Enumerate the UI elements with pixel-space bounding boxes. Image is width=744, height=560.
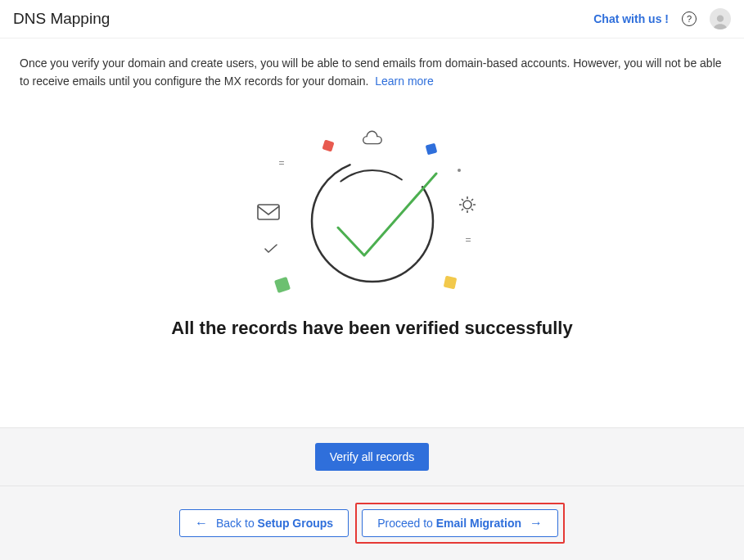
description-body: Once you verify your domain and create u…: [20, 56, 722, 88]
deco-check-icon: [264, 242, 277, 257]
svg-point-2: [322, 170, 423, 272]
page-title: DNS Mapping: [13, 10, 110, 28]
proceed-to-email-migration-button[interactable]: Proceed to Email Migration →: [362, 509, 558, 537]
back-button-strong: Setup Groups: [258, 517, 334, 530]
deco-dot-icon: [458, 169, 461, 172]
proceed-button-prefix: Proceed to: [377, 517, 436, 530]
proceed-button-strong: Email Migration: [436, 517, 521, 530]
deco-lines-icon: =: [465, 234, 470, 246]
highlight-annotation: Proceed to Email Migration →: [355, 503, 565, 544]
success-heading: All the records have been verified succe…: [171, 318, 572, 339]
success-illustration: = =: [250, 123, 495, 303]
avatar[interactable]: [710, 8, 731, 29]
back-to-setup-groups-button[interactable]: ← Back to Setup Groups: [179, 509, 349, 537]
svg-rect-3: [258, 205, 279, 219]
back-button-prefix: Back to: [216, 517, 258, 530]
verify-all-records-button[interactable]: Verify all records: [315, 443, 429, 471]
learn-more-link[interactable]: Learn more: [375, 75, 434, 88]
svg-point-0: [717, 16, 724, 22]
svg-point-4: [463, 201, 471, 209]
arrow-left-icon: ←: [195, 517, 208, 530]
deco-lines-icon: =: [279, 157, 284, 169]
chat-link[interactable]: Chat with us !: [593, 12, 669, 25]
description-text: Once you verify your domain and create u…: [20, 55, 724, 90]
arrow-right-icon: →: [530, 517, 543, 530]
help-icon[interactable]: ?: [682, 11, 697, 26]
svg-point-1: [312, 160, 433, 282]
